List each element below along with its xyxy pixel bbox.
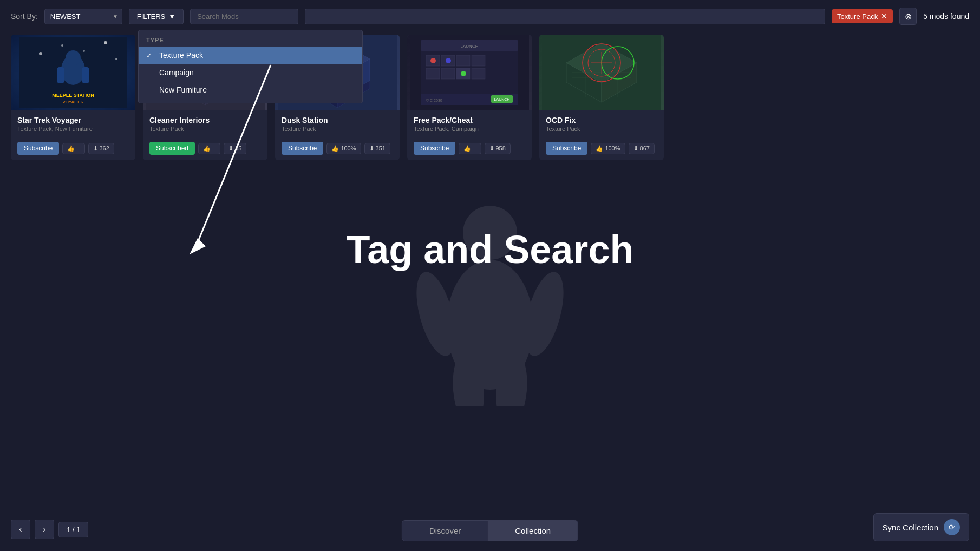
subscribed-button-cleaner[interactable]: Subscribed [149, 142, 195, 155]
likes-badge-star-trek: 👍 – [62, 143, 84, 154]
svg-rect-45 [472, 55, 485, 66]
svg-text:LAUNCH: LAUNCH [461, 44, 479, 49]
card-title-star-trek: Star Trek Voyager [17, 116, 129, 124]
filters-button[interactable]: FILTERS ▼ [129, 9, 184, 24]
tag-search-text: Tag and Search [347, 228, 634, 271]
card-info-dusk: Dusk Station Texture Pack [275, 110, 400, 142]
dropdown-item-new-furniture[interactable]: New Furniture [139, 81, 362, 99]
dropdown-item-campaign[interactable]: Campaign [139, 64, 362, 81]
svg-point-4 [104, 41, 107, 44]
page-info: 1 / 1 [58, 522, 88, 537]
mod-card-star-trek: MEEPLE STATION VOYAGER Star Trek Voyager… [11, 35, 135, 160]
prev-page-button[interactable]: ‹ [11, 520, 30, 539]
svg-point-75 [450, 351, 487, 406]
svg-text:LAUNCH: LAUNCH [494, 97, 510, 101]
tab-collection[interactable]: Collection [488, 521, 578, 541]
svg-point-74 [517, 268, 571, 360]
card-title-ocd-fix: OCD Fix [546, 116, 657, 124]
download-icon: ⬇ [228, 145, 233, 152]
likes-badge-ocd-fix: 👍 100% [591, 143, 625, 154]
svg-point-72 [447, 260, 533, 390]
mod-card-free-pack: LAUNCH © C 2030 LAUNCH [407, 35, 532, 160]
card-tags-ocd-fix: Texture Pack [546, 126, 657, 132]
clear-icon: ⊗ [905, 11, 912, 22]
thumbs-up-icon: 👍 [203, 145, 211, 152]
likes-value: – [76, 145, 80, 152]
svg-point-1 [39, 52, 42, 55]
svg-rect-46 [426, 68, 440, 79]
card-actions-ocd-fix: Subscribe 👍 100% ⬇ 867 [539, 142, 664, 160]
sync-icon: ⟳ [944, 519, 960, 535]
bottom-tabs: Discover Collection [402, 520, 578, 541]
thumbs-up-icon: 👍 [67, 145, 75, 152]
thumbs-up-icon: 👍 [463, 145, 471, 152]
svg-text:© C 2030: © C 2030 [426, 99, 442, 102]
subscribe-button-star-trek[interactable]: Subscribe [17, 142, 59, 155]
tag-close-icon[interactable]: ✕ [881, 12, 887, 21]
card-tags-dusk: Texture Pack [282, 126, 393, 132]
svg-point-50 [430, 58, 436, 63]
svg-rect-9 [82, 67, 89, 83]
dropdown-item-texture-pack[interactable]: ✓ Texture Pack [139, 47, 362, 64]
downloads-badge-dusk: ⬇ 351 [364, 143, 390, 154]
svg-text:MEEPLE STATION: MEEPLE STATION [52, 93, 94, 98]
tab-discover[interactable]: Discover [402, 521, 488, 541]
card-actions-dusk: Subscribe 👍 100% ⬇ 351 [275, 142, 400, 160]
top-bar: Sort By: NEWEST OLDEST MOST POPULAR FILT… [0, 0, 980, 32]
sync-collection-button[interactable]: Sync Collection ⟳ [873, 513, 969, 541]
svg-rect-8 [57, 67, 64, 83]
card-info-star-trek: Star Trek Voyager Texture Pack, New Furn… [11, 110, 135, 142]
subscribe-button-ocd-fix[interactable]: Subscribe [546, 142, 587, 155]
svg-point-76 [493, 351, 530, 406]
subscribe-button-free-pack[interactable]: Subscribe [414, 142, 455, 155]
svg-rect-49 [472, 68, 485, 79]
sort-label: Sort By: [11, 12, 38, 21]
background-ghost [382, 189, 598, 406]
sync-label: Sync Collection [883, 523, 938, 532]
svg-point-52 [461, 71, 466, 76]
card-image-star-trek: MEEPLE STATION VOYAGER [11, 35, 135, 110]
sort-select[interactable]: NEWEST OLDEST MOST POPULAR [44, 9, 122, 24]
bottom-bar: ‹ › 1 / 1 Discover Collection Sync Colle… [0, 508, 980, 551]
card-actions-cleaner: Subscribed 👍 – ⬇ 55 [143, 142, 267, 160]
next-page-button[interactable]: › [35, 520, 54, 539]
thumbs-up-icon: 👍 [596, 145, 603, 152]
filters-dropdown: TYPE ✓ Texture Pack Campaign New Furnitu… [138, 30, 363, 103]
downloads-badge-free-pack: ⬇ 958 [485, 143, 511, 154]
card-title-dusk: Dusk Station [282, 116, 393, 124]
card-info-cleaner: Cleaner Interiors Texture Pack [143, 110, 267, 142]
main-search-input[interactable] [305, 9, 825, 24]
search-input[interactable] [190, 9, 298, 24]
svg-rect-44 [456, 55, 470, 66]
svg-point-51 [446, 58, 451, 63]
svg-point-5 [115, 58, 117, 60]
tab-discover-label: Discover [429, 526, 461, 535]
likes-badge-free-pack: 👍 – [459, 143, 481, 154]
downloads-value: 958 [496, 145, 506, 152]
card-image-ocd-fix [539, 35, 664, 110]
downloads-value: 55 [235, 145, 241, 152]
texture-pack-tag: Texture Pack ✕ [832, 9, 893, 23]
sort-select-wrapper[interactable]: NEWEST OLDEST MOST POPULAR [44, 9, 122, 24]
card-tags-cleaner: Texture Pack [149, 126, 261, 132]
likes-value: 100% [341, 145, 356, 152]
dropdown-item-label: Texture Pack [159, 51, 203, 60]
thumbs-up-icon: 👍 [331, 145, 339, 152]
sync-arrow-icon: ⟳ [949, 523, 955, 532]
downloads-value: 867 [640, 145, 650, 152]
svg-marker-78 [190, 238, 206, 254]
pagination: ‹ › 1 / 1 [11, 520, 88, 539]
tag-search-annotation: Tag and Search [0, 227, 980, 272]
dropdown-item-label: Campaign [159, 68, 194, 77]
checkmark-icon: ✓ [146, 51, 155, 60]
downloads-badge-star-trek: ⬇ 362 [88, 143, 114, 154]
svg-point-71 [463, 206, 517, 260]
card-title-free-pack: Free Pack/Cheat [414, 116, 525, 124]
mods-found-label: 5 mods found [923, 12, 969, 21]
downloads-badge-cleaner: ⬇ 55 [224, 143, 246, 154]
card-actions-free-pack: Subscribe 👍 – ⬇ 958 [407, 142, 532, 160]
subscribe-button-dusk[interactable]: Subscribe [282, 142, 323, 155]
likes-badge-dusk: 👍 100% [326, 143, 361, 154]
clear-filters-button[interactable]: ⊗ [899, 8, 917, 25]
download-icon: ⬇ [369, 145, 374, 152]
